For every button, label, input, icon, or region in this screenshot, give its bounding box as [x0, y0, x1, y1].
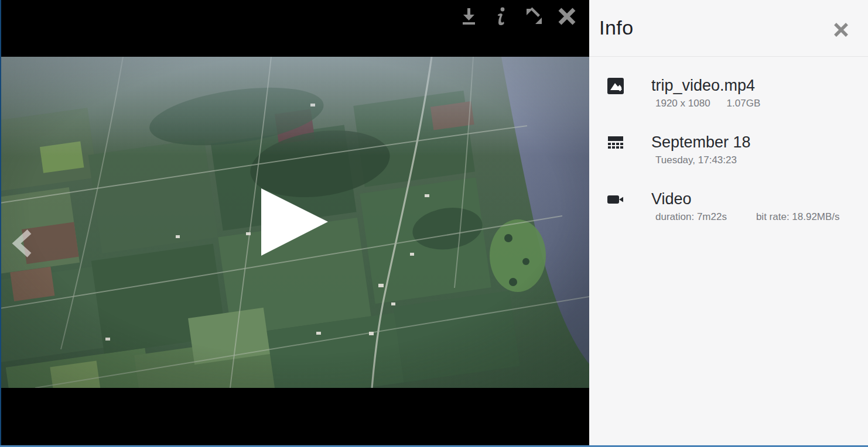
play-overlay-icon[interactable]: [261, 188, 329, 256]
info-row-date: September 18 Tuesday, 17:43:23: [607, 132, 868, 166]
close-icon: [833, 22, 849, 37]
close-info-panel-button[interactable]: [832, 21, 850, 40]
fullscreen-icon: [524, 6, 544, 26]
video-info: Video duration: 7m22s bit rate: 18.92MB/…: [651, 189, 840, 223]
info-button[interactable]: [491, 6, 512, 27]
date-title: September 18: [651, 132, 751, 152]
info-row-video: Video duration: 7m22s bit rate: 18.92MB/…: [607, 189, 868, 223]
download-icon: [459, 6, 479, 26]
info-panel-title: Info: [599, 16, 634, 39]
file-name: trip_video.mp4: [651, 75, 760, 95]
close-viewer-button[interactable]: [556, 6, 577, 27]
info-icon: [494, 6, 508, 26]
date-time: Tuesday, 17:43:23: [655, 154, 737, 166]
video-bitrate: bit rate: 18.92MB/s: [756, 211, 840, 223]
image-icon: [607, 77, 624, 95]
media-viewer-window: Info trip_video.mp4 1920 x 1080 1: [0, 0, 868, 447]
fullscreen-button[interactable]: [524, 6, 545, 27]
date-info: September 18 Tuesday, 17:43:23: [651, 132, 751, 166]
video-details: duration: 7m22s bit rate: 18.92MB/s: [651, 211, 840, 223]
file-resolution: 1920 x 1080: [655, 98, 710, 109]
video-duration: duration: 7m22s: [655, 211, 727, 223]
date-details: Tuesday, 17:43:23: [651, 154, 751, 166]
info-rows: trip_video.mp4 1920 x 1080 1.07GB: [589, 57, 868, 223]
video-camera-icon: [607, 191, 624, 208]
calendar-icon: [607, 134, 624, 152]
video-title: Video: [651, 189, 840, 209]
video-stage[interactable]: [0, 57, 589, 388]
viewer-toolbar: [0, 0, 589, 57]
info-row-file: trip_video.mp4 1920 x 1080 1.07GB: [607, 75, 868, 109]
close-icon: [556, 6, 577, 27]
video-controls: [0, 388, 589, 447]
video-viewer: [0, 0, 589, 447]
download-button[interactable]: [458, 6, 479, 27]
file-info: trip_video.mp4 1920 x 1080 1.07GB: [651, 75, 760, 109]
info-panel: Info trip_video.mp4 1920 x 1080 1: [589, 0, 868, 447]
info-panel-header: Info: [589, 0, 868, 57]
file-details: 1920 x 1080 1.07GB: [651, 98, 760, 109]
previous-media-chevron-icon[interactable]: [8, 228, 35, 259]
file-size: 1.07GB: [727, 98, 761, 109]
